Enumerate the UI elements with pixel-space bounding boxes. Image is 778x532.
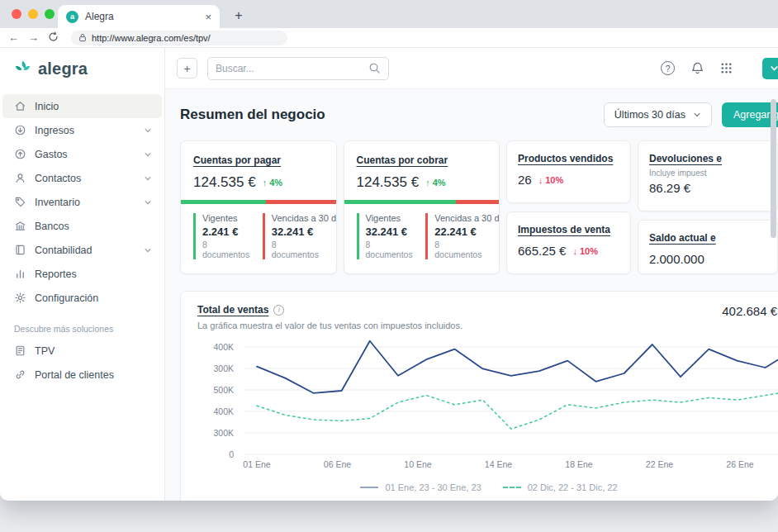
sidebar-item-configuracion[interactable]: Configuración [2, 286, 162, 310]
minimize-window-button[interactable] [28, 9, 38, 19]
help-icon[interactable]: ? [661, 61, 675, 75]
reload-icon[interactable] [48, 31, 59, 44]
split-label: Vigentes [202, 213, 254, 223]
sidebar-item-tpv[interactable]: TPV [2, 339, 162, 363]
notifications-icon[interactable] [690, 61, 704, 75]
forward-button[interactable]: → [28, 32, 39, 43]
expense-icon [14, 148, 26, 160]
chart-title-link[interactable]: Total de ventas [197, 304, 268, 316]
sidebar-item-label: TPV [35, 345, 55, 357]
trend-down-badge: ↓ 10% [572, 246, 598, 256]
browser-tab-strip: a Alegra × + [0, 0, 778, 28]
solid-line-swatch-icon [360, 487, 378, 488]
legend-label: 02 Dic, 22 - 31 Dic, 22 [528, 482, 618, 492]
info-icon[interactable]: i [273, 305, 284, 316]
profile-dropdown-button[interactable] [762, 58, 778, 79]
close-tab-icon[interactable]: × [205, 11, 211, 23]
date-range-selector[interactable]: Últimos 30 días [604, 102, 712, 127]
legend-item-current-period: 01 Ene, 23 - 30 Ene, 23 [360, 482, 481, 492]
chart-plot-area: 400K300K500K400K300K0 01 Ene06 Ene10 Ene… [197, 339, 778, 476]
new-tab-button[interactable]: + [230, 7, 248, 25]
x-axis-tick-label: 22 Ene [646, 459, 673, 469]
sidebar: alegra Inicio Ingresos Gastos [0, 48, 165, 501]
sidebar-item-label: Ingresos [35, 125, 74, 136]
global-search [207, 57, 389, 80]
split-value: 2.241 € [202, 226, 254, 238]
window-controls [12, 9, 55, 19]
y-axis-ticks: 400K300K500K400K300K0 [197, 339, 234, 454]
close-window-button[interactable] [12, 9, 21, 19]
card-value: 86.29 € [649, 181, 690, 195]
chevron-down-icon [144, 174, 152, 183]
sidebar-item-ingresos[interactable]: Ingresos [2, 118, 162, 142]
bar-current-segment [181, 200, 266, 204]
summary-cards-row: Cuentas por pagar 124.535 € ↑ 4% [180, 140, 778, 274]
dashboard-content: Resumen del negocio Últimos 30 días Agre… [165, 89, 778, 501]
y-axis-tick-label: 300K [213, 428, 234, 438]
sidebar-item-inventario[interactable]: Inventario [2, 190, 162, 214]
page-header: Resumen del negocio Últimos 30 días Agre… [180, 102, 778, 127]
sidebar-item-label: Contactos [35, 173, 81, 184]
vertical-scrollbar[interactable] [771, 99, 776, 238]
page-title: Resumen del negocio [180, 107, 325, 123]
sidebar-item-contactos[interactable]: Contactos [2, 166, 162, 190]
x-axis-tick-label: 01 Ene [243, 459, 270, 469]
x-axis-ticks: 01 Ene06 Ene10 Ene14 Ene18 Ene22 Ene26 E… [244, 459, 778, 473]
card-saldo-actual: Saldo actual e 2.000.000 [638, 220, 778, 274]
card-title-link[interactable]: Devoluciones e [649, 153, 722, 164]
card-title-link[interactable]: Cuentas por pagar [193, 154, 281, 166]
sidebar-item-gastos[interactable]: Gastos [2, 142, 162, 166]
card-productos-vendidos: Productos vendidos 26 ↓ 10% [506, 140, 631, 203]
sidebar-item-portal-de-clientes[interactable]: Portal de clientes [2, 363, 162, 387]
card-title-link[interactable]: Cuentas por cobrar [357, 154, 448, 166]
address-bar[interactable]: http://www.alegra.com/es/tpv/ [71, 31, 287, 45]
sidebar-item-label: Configuración [35, 292, 98, 304]
card-title-link[interactable]: Productos vendidos [518, 153, 613, 164]
settings-icon [14, 292, 26, 304]
y-axis-tick-label: 0 [229, 449, 234, 459]
y-axis-tick-label: 400K [213, 406, 234, 416]
back-button[interactable]: ← [8, 32, 19, 43]
contacts-icon [14, 172, 26, 184]
sidebar-item-reportes[interactable]: Reportes [2, 262, 162, 286]
sidebar-item-label: Portal de clientes [35, 369, 114, 381]
sidebar-item-contabilidad[interactable]: Contabilidad [2, 238, 162, 262]
browser-tab[interactable]: a Alegra × [58, 5, 220, 28]
portal-icon [14, 368, 26, 381]
legend-item-previous-period: 02 Dic, 22 - 31 Dic, 22 [503, 482, 618, 492]
card-value: 124.535 € [357, 174, 420, 191]
chart-header: Total de ventas i La gráfica muestra el … [197, 304, 777, 330]
alegra-logo[interactable]: alegra [0, 48, 164, 89]
quick-create-button[interactable]: + [177, 58, 197, 78]
sidebar-item-inicio[interactable]: Inicio [2, 94, 162, 118]
sidebar-item-label: Reportes [35, 268, 77, 280]
split-value: 22.241 € [434, 226, 486, 238]
x-axis-tick-label: 06 Ene [324, 459, 351, 469]
bar-overdue-segment [266, 200, 335, 204]
x-axis-tick-label: 10 Ene [404, 459, 431, 469]
home-icon [14, 100, 26, 112]
zoom-window-button[interactable] [45, 9, 55, 19]
add-chart-button[interactable]: Agregar gráfi [722, 102, 778, 127]
sidebar-item-label: Inicio [35, 101, 59, 112]
search-input[interactable] [216, 63, 368, 74]
dashed-line-swatch-icon [503, 487, 521, 488]
small-cards-stack-a: Productos vendidos 26 ↓ 10% Impuestos de… [506, 140, 631, 274]
card-title-link[interactable]: Saldo actual e [649, 232, 716, 244]
card-value: 665.25 € [518, 244, 566, 258]
sidebar-item-label: Inventario [35, 197, 80, 208]
sidebar-item-bancos[interactable]: Bancos [2, 214, 162, 238]
bar-overdue-segment [456, 200, 500, 204]
card-cuentas-por-pagar: Cuentas por pagar 124.535 € ↑ 4% [180, 140, 337, 274]
apps-grid-icon[interactable] [720, 62, 733, 74]
income-icon [14, 124, 26, 136]
topbar-icons: ? [661, 58, 778, 79]
legend-label: 01 Ene, 23 - 30 Ene, 23 [385, 482, 481, 492]
card-value: 26 [518, 173, 532, 187]
split-docs: 8 documentos [366, 240, 418, 259]
card-subtitle: Incluye impuest [649, 169, 766, 178]
search-icon[interactable] [368, 62, 381, 74]
card-value: 124.535 € [193, 174, 256, 191]
chevron-down-icon [144, 150, 152, 159]
card-title-link[interactable]: Impuestos de venta [518, 224, 610, 235]
